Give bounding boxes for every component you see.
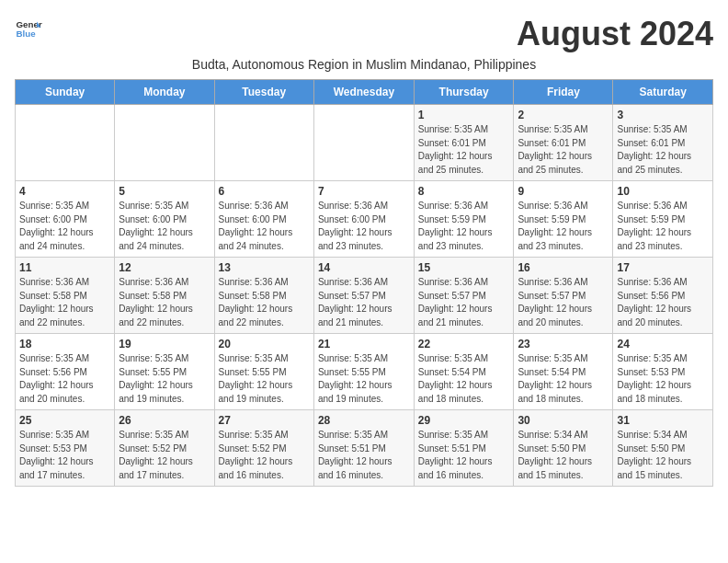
day-info: Sunrise: 5:34 AM Sunset: 5:50 PM Dayligh…: [617, 429, 709, 482]
day-info: Sunrise: 5:36 AM Sunset: 5:57 PM Dayligh…: [518, 276, 609, 329]
day-number: 11: [19, 261, 110, 274]
svg-text:Blue: Blue: [17, 29, 37, 39]
calendar-cell: 11Sunrise: 5:36 AM Sunset: 5:58 PM Dayli…: [16, 258, 115, 334]
calendar-cell: 10Sunrise: 5:36 AM Sunset: 5:59 PM Dayli…: [613, 181, 713, 258]
day-number: 27: [219, 414, 310, 427]
day-number: 2: [518, 109, 609, 121]
day-info: Sunrise: 5:35 AM Sunset: 5:53 PM Dayligh…: [19, 429, 110, 482]
day-number: 25: [19, 414, 110, 427]
calendar-cell: 17Sunrise: 5:36 AM Sunset: 5:56 PM Dayli…: [613, 258, 713, 334]
calendar-cell: 9Sunrise: 5:36 AM Sunset: 5:59 PM Daylig…: [514, 181, 613, 258]
week-row-2: 11Sunrise: 5:36 AM Sunset: 5:58 PM Dayli…: [16, 258, 713, 334]
calendar-cell: 22Sunrise: 5:35 AM Sunset: 5:54 PM Dayli…: [414, 334, 514, 410]
calendar-cell: [115, 105, 214, 181]
day-info: Sunrise: 5:35 AM Sunset: 5:54 PM Dayligh…: [418, 352, 510, 406]
day-info: Sunrise: 5:35 AM Sunset: 5:54 PM Dayligh…: [518, 352, 609, 406]
day-number: 30: [518, 414, 609, 427]
day-info: Sunrise: 5:36 AM Sunset: 5:58 PM Dayligh…: [119, 276, 210, 329]
calendar-cell: 30Sunrise: 5:34 AM Sunset: 5:50 PM Dayli…: [514, 410, 613, 487]
header: General Blue August 2024: [15, 15, 713, 53]
month-title: August 2024: [517, 15, 713, 53]
days-header-row: SundayMondayTuesdayWednesdayThursdayFrid…: [16, 80, 713, 105]
week-row-3: 18Sunrise: 5:35 AM Sunset: 5:56 PM Dayli…: [16, 334, 713, 410]
day-number: 18: [19, 338, 110, 350]
day-info: Sunrise: 5:36 AM Sunset: 5:57 PM Dayligh…: [318, 276, 410, 329]
day-number: 19: [119, 338, 210, 350]
calendar-cell: 20Sunrise: 5:35 AM Sunset: 5:55 PM Dayli…: [214, 334, 313, 410]
day-number: 26: [119, 414, 210, 427]
calendar-cell: 5Sunrise: 5:35 AM Sunset: 6:00 PM Daylig…: [115, 181, 214, 258]
calendar-cell: 28Sunrise: 5:35 AM Sunset: 5:51 PM Dayli…: [313, 410, 414, 487]
day-number: 1: [418, 109, 510, 121]
day-info: Sunrise: 5:35 AM Sunset: 5:55 PM Dayligh…: [219, 352, 310, 406]
day-number: 12: [119, 261, 210, 274]
day-info: Sunrise: 5:36 AM Sunset: 5:58 PM Dayligh…: [19, 276, 110, 329]
day-info: Sunrise: 5:35 AM Sunset: 6:00 PM Dayligh…: [19, 200, 110, 253]
logo: General Blue: [15, 15, 42, 42]
calendar-cell: 31Sunrise: 5:34 AM Sunset: 5:50 PM Dayli…: [613, 410, 713, 487]
day-number: 16: [518, 261, 609, 274]
calendar-cell: 16Sunrise: 5:36 AM Sunset: 5:57 PM Dayli…: [514, 258, 613, 334]
day-number: 8: [418, 185, 510, 198]
day-info: Sunrise: 5:36 AM Sunset: 5:56 PM Dayligh…: [617, 276, 709, 329]
day-number: 20: [219, 338, 310, 350]
day-number: 7: [318, 185, 410, 198]
day-number: 29: [418, 414, 510, 427]
day-info: Sunrise: 5:36 AM Sunset: 5:57 PM Dayligh…: [418, 276, 510, 329]
day-number: 14: [318, 261, 410, 274]
calendar-cell: [313, 105, 414, 181]
day-number: 13: [219, 261, 310, 274]
day-number: 31: [617, 414, 709, 427]
calendar-cell: 14Sunrise: 5:36 AM Sunset: 5:57 PM Dayli…: [313, 258, 414, 334]
calendar-cell: 8Sunrise: 5:36 AM Sunset: 5:59 PM Daylig…: [414, 181, 514, 258]
day-header-wednesday: Wednesday: [313, 80, 414, 105]
calendar-cell: [16, 105, 115, 181]
calendar-cell: 15Sunrise: 5:36 AM Sunset: 5:57 PM Dayli…: [414, 258, 514, 334]
day-number: 4: [19, 185, 110, 198]
day-header-friday: Friday: [514, 80, 613, 105]
day-number: 6: [219, 185, 310, 198]
day-header-monday: Monday: [115, 80, 214, 105]
day-info: Sunrise: 5:35 AM Sunset: 5:51 PM Dayligh…: [318, 429, 410, 482]
day-info: Sunrise: 5:35 AM Sunset: 5:55 PM Dayligh…: [318, 352, 410, 406]
day-number: 10: [617, 185, 709, 198]
calendar-cell: 6Sunrise: 5:36 AM Sunset: 6:00 PM Daylig…: [214, 181, 313, 258]
calendar-table: SundayMondayTuesdayWednesdayThursdayFrid…: [15, 79, 713, 487]
day-header-saturday: Saturday: [613, 80, 713, 105]
day-number: 22: [418, 338, 510, 350]
calendar-cell: 26Sunrise: 5:35 AM Sunset: 5:52 PM Dayli…: [115, 410, 214, 487]
day-info: Sunrise: 5:35 AM Sunset: 5:52 PM Dayligh…: [119, 429, 210, 482]
day-number: 21: [318, 338, 410, 350]
week-row-0: 1Sunrise: 5:35 AM Sunset: 6:01 PM Daylig…: [16, 105, 713, 181]
calendar-cell: 29Sunrise: 5:35 AM Sunset: 5:51 PM Dayli…: [414, 410, 514, 487]
day-info: Sunrise: 5:35 AM Sunset: 6:01 PM Dayligh…: [518, 123, 609, 177]
calendar-cell: 12Sunrise: 5:36 AM Sunset: 5:58 PM Dayli…: [115, 258, 214, 334]
day-info: Sunrise: 5:35 AM Sunset: 6:00 PM Dayligh…: [119, 200, 210, 253]
calendar-cell: 19Sunrise: 5:35 AM Sunset: 5:55 PM Dayli…: [115, 334, 214, 410]
logo-icon: General Blue: [15, 15, 42, 42]
week-row-1: 4Sunrise: 5:35 AM Sunset: 6:00 PM Daylig…: [16, 181, 713, 258]
day-number: 24: [617, 338, 709, 350]
day-info: Sunrise: 5:36 AM Sunset: 5:59 PM Dayligh…: [617, 200, 709, 253]
day-info: Sunrise: 5:36 AM Sunset: 5:59 PM Dayligh…: [418, 200, 510, 253]
day-info: Sunrise: 5:35 AM Sunset: 5:55 PM Dayligh…: [119, 352, 210, 406]
day-number: 28: [318, 414, 410, 427]
day-header-thursday: Thursday: [414, 80, 514, 105]
calendar-cell: 25Sunrise: 5:35 AM Sunset: 5:53 PM Dayli…: [16, 410, 115, 487]
day-number: 3: [617, 109, 709, 121]
week-row-4: 25Sunrise: 5:35 AM Sunset: 5:53 PM Dayli…: [16, 410, 713, 487]
day-info: Sunrise: 5:36 AM Sunset: 5:59 PM Dayligh…: [518, 200, 609, 253]
day-number: 9: [518, 185, 609, 198]
day-info: Sunrise: 5:36 AM Sunset: 5:58 PM Dayligh…: [219, 276, 310, 329]
day-info: Sunrise: 5:35 AM Sunset: 6:01 PM Dayligh…: [418, 123, 510, 177]
calendar-cell: 4Sunrise: 5:35 AM Sunset: 6:00 PM Daylig…: [16, 181, 115, 258]
day-info: Sunrise: 5:35 AM Sunset: 5:56 PM Dayligh…: [19, 352, 110, 406]
subtitle: Budta, Autonomous Region in Muslim Minda…: [15, 57, 713, 72]
day-number: 17: [617, 261, 709, 274]
day-info: Sunrise: 5:34 AM Sunset: 5:50 PM Dayligh…: [518, 429, 609, 482]
day-info: Sunrise: 5:35 AM Sunset: 5:52 PM Dayligh…: [219, 429, 310, 482]
calendar-body: 1Sunrise: 5:35 AM Sunset: 6:01 PM Daylig…: [16, 105, 713, 487]
calendar-cell: 13Sunrise: 5:36 AM Sunset: 5:58 PM Dayli…: [214, 258, 313, 334]
day-info: Sunrise: 5:36 AM Sunset: 6:00 PM Dayligh…: [318, 200, 410, 253]
calendar-cell: 24Sunrise: 5:35 AM Sunset: 5:53 PM Dayli…: [613, 334, 713, 410]
